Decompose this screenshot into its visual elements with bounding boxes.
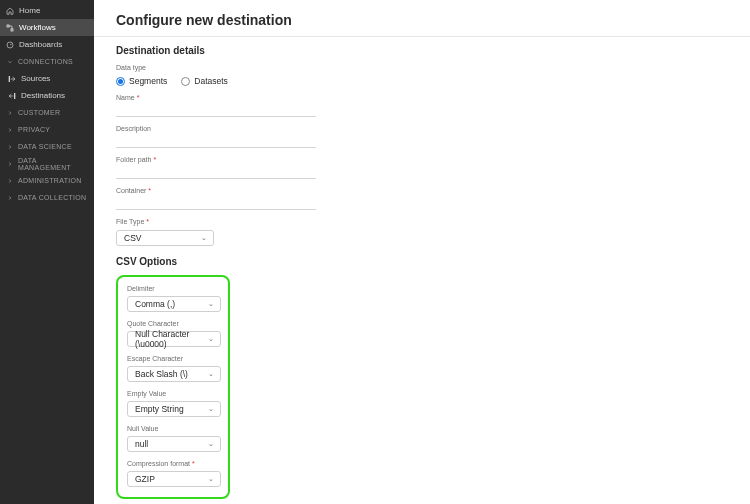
label-null-value: Null Value [127,425,219,432]
sidebar-section-privacy[interactable]: PRIVACY [0,121,94,138]
sidebar-section-label-data-collection: DATA COLLECTION [18,194,86,201]
sidebar-item-sources[interactable]: Sources [0,70,94,87]
sidebar-section-label-data-management: DATA MANAGEMENT [18,157,88,171]
label-name: Name* [116,94,728,101]
required-icon: * [148,187,151,194]
dashboards-icon [6,41,14,49]
sidebar: Home Workflows Dashboards CONNECTIONS [0,0,94,504]
sidebar-label-destinations: Destinations [21,91,65,100]
sidebar-section-label-customer: CUSTOMER [18,109,60,116]
sidebar-section-label-privacy: PRIVACY [18,126,50,133]
chevron-right-icon [6,109,14,117]
chevron-down-icon: ⌄ [208,300,214,308]
chevron-down-icon: ⌄ [208,405,214,413]
radio-label-segments: Segments [129,76,167,86]
required-icon: * [146,218,149,225]
radio-segments[interactable]: Segments [116,76,167,86]
null-value-value: null [135,439,148,449]
radio-label-datasets: Datasets [194,76,228,86]
destinations-icon [8,92,16,100]
empty-value-select[interactable]: Empty String ⌄ [127,401,221,417]
csv-options-highlight: Delimiter Comma (,) ⌄ Quote Character Nu… [116,275,230,499]
label-escape-character: Escape Character [127,355,219,362]
chevron-down-icon: ⌄ [201,234,207,242]
description-input[interactable] [116,134,316,148]
label-delimiter: Delimiter [127,285,219,292]
svg-rect-0 [7,25,9,27]
chevron-right-icon [6,194,14,202]
label-description: Description [116,125,728,132]
folder-path-input[interactable] [116,165,316,179]
chevron-right-icon [6,160,14,168]
required-icon: * [137,94,140,101]
sidebar-item-workflows[interactable]: Workflows [0,19,94,36]
sidebar-section-data-collection[interactable]: DATA COLLECTION [0,189,94,206]
required-icon: * [192,460,195,467]
sidebar-item-home[interactable]: Home [0,2,94,19]
escape-character-value: Back Slash (\) [135,369,188,379]
sidebar-section-label-data-science: DATA SCIENCE [18,143,72,150]
chevron-right-icon [6,126,14,134]
container-input[interactable] [116,196,316,210]
svg-rect-4 [14,93,15,98]
delimiter-select[interactable]: Comma (,) ⌄ [127,296,221,312]
null-value-select[interactable]: null ⌄ [127,436,221,452]
radio-datasets[interactable]: Datasets [181,76,228,86]
empty-value-value: Empty String [135,404,184,414]
required-icon: * [153,156,156,163]
workflows-icon [6,24,14,32]
main-content: Configure new destination Destination de… [94,0,750,504]
svg-rect-1 [11,29,13,31]
sidebar-label-dashboards: Dashboards [19,40,62,49]
label-file-type: File Type* [116,218,728,225]
sidebar-section-administration[interactable]: ADMINISTRATION [0,172,94,189]
sidebar-section-data-management[interactable]: DATA MANAGEMENT [0,155,94,172]
label-compression-format: Compression format* [127,460,219,467]
file-type-select[interactable]: CSV ⌄ [116,230,214,246]
radio-dot-icon [116,77,125,86]
sidebar-section-label-connections: CONNECTIONS [18,58,73,65]
compression-format-select[interactable]: GZIP ⌄ [127,471,221,487]
chevron-right-icon [6,143,14,151]
sidebar-label-sources: Sources [21,74,50,83]
label-folder-path: Folder path* [116,156,728,163]
label-data-type: Data type [116,64,728,71]
chevron-down-icon: ⌄ [208,370,214,378]
chevron-down-icon: ⌄ [208,440,214,448]
section-title-details: Destination details [116,45,728,56]
quote-character-value: Null Character (\u0000) [135,329,208,349]
sidebar-section-data-science[interactable]: DATA SCIENCE [0,138,94,155]
delimiter-value: Comma (,) [135,299,175,309]
page-title: Configure new destination [116,12,728,28]
svg-rect-3 [9,76,10,81]
sidebar-section-customer[interactable]: CUSTOMER [0,104,94,121]
section-title-csv: CSV Options [116,256,728,267]
name-input[interactable] [116,103,316,117]
sidebar-section-label-administration: ADMINISTRATION [18,177,82,184]
sidebar-item-dashboards[interactable]: Dashboards [0,36,94,53]
chevron-right-icon [6,177,14,185]
page-header: Configure new destination [94,0,750,37]
label-container: Container* [116,187,728,194]
sidebar-section-connections[interactable]: CONNECTIONS [0,53,94,70]
file-type-value: CSV [124,233,141,243]
sources-icon [8,75,16,83]
chevron-down-icon: ⌄ [208,475,214,483]
sidebar-label-workflows: Workflows [19,23,56,32]
sidebar-item-destinations[interactable]: Destinations [0,87,94,104]
compression-format-value: GZIP [135,474,155,484]
sidebar-label-home: Home [19,6,40,15]
label-quote-character: Quote Character [127,320,219,327]
radio-dot-icon [181,77,190,86]
chevron-down-icon [6,58,14,66]
quote-character-select[interactable]: Null Character (\u0000) ⌄ [127,331,221,347]
home-icon [6,7,14,15]
chevron-down-icon: ⌄ [208,335,214,343]
label-empty-value: Empty Value [127,390,219,397]
escape-character-select[interactable]: Back Slash (\) ⌄ [127,366,221,382]
